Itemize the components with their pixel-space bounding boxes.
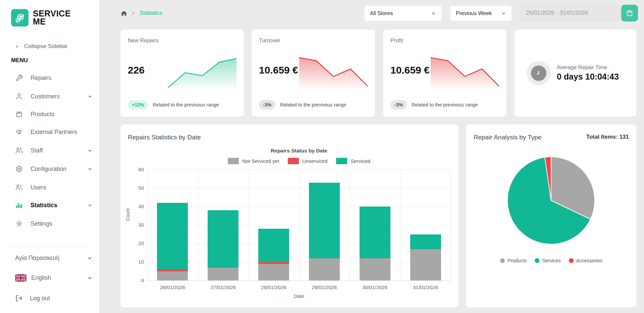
sidebar-item-external-partners[interactable]: External Partners <box>15 127 92 137</box>
gridline <box>147 170 148 280</box>
kpi-title: Average Repair Time <box>557 64 607 71</box>
menu-section-title: MENU <box>11 57 28 64</box>
bar-segment-serviced[interactable] <box>360 207 390 258</box>
sidebar-item-statistics[interactable]: Statistics <box>15 200 92 211</box>
kpi-title: Turnover <box>259 38 280 44</box>
gear-icon <box>15 220 23 228</box>
legend-label: Unserviced <box>302 158 327 164</box>
bar-segment-not-serviced-yet[interactable] <box>410 249 441 281</box>
gridline <box>249 170 249 280</box>
stacked-bar-plot: 010203040506026/01/202627/01/202628/01/2… <box>147 170 451 280</box>
legend-label: Accessories <box>576 258 602 263</box>
language-selector-dropdown[interactable]: English <box>15 273 92 283</box>
uk-flag-icon <box>15 274 26 282</box>
kpi-card-average-repair-time: Average Repair Time 0 days 10:04:43 <box>515 30 636 117</box>
breadcrumb-current[interactable]: Statistics <box>140 10 162 16</box>
legend-item-unserviced[interactable]: Unserviced <box>288 158 327 164</box>
bar-chart-icon <box>15 201 23 209</box>
bar-segment-serviced[interactable] <box>157 203 188 269</box>
chevron-down-icon <box>88 203 92 208</box>
calendar-button[interactable] <box>621 5 638 21</box>
handshake-icon <box>15 128 23 136</box>
y-tick-label: 20 <box>129 240 144 246</box>
kpi-value: 10.659 € <box>390 64 430 76</box>
collapse-sidebar-button[interactable]: Collapse Sidebar <box>15 43 67 50</box>
sidebar-item-products[interactable]: Products <box>15 109 92 120</box>
kpi-title: Profit <box>390 38 403 44</box>
sidebar-item-staff[interactable]: Staff <box>15 145 92 156</box>
store-selector-dropdown[interactable]: Αγία Παρασκευή <box>15 253 92 263</box>
kpi-card-turnover: Turnover 10.659 € -3% Related to the pre… <box>252 30 375 117</box>
kpi-note: Related to the previvous range <box>280 102 346 107</box>
bar-segment-not-serviced-yet[interactable] <box>208 268 238 281</box>
sidebar-item-label: Customers <box>31 93 60 100</box>
legend-dot <box>500 258 505 263</box>
kpi-card-new-repairs: New Repairs 226 +12% Related to the prev… <box>120 30 244 117</box>
pie-legend-item-services[interactable]: Services <box>535 258 561 263</box>
wrench-icon <box>15 74 23 82</box>
bar-segment-serviced[interactable] <box>258 229 289 262</box>
logout-button[interactable]: Log out <box>15 293 92 303</box>
kpi-value: 10.659 € <box>259 64 298 76</box>
pie-legend-item-accessories[interactable]: Accessories <box>569 258 602 263</box>
legend-label: Serviced <box>351 158 370 164</box>
pie-chart <box>506 155 596 247</box>
x-tick-label: 26/01/2026 <box>147 284 198 290</box>
sidebar-item-users[interactable]: Users <box>15 182 92 193</box>
chart-title: Repairs Status by Date <box>147 148 451 154</box>
legend-swatch <box>288 158 299 164</box>
sidebar-item-label: External Partners <box>31 129 77 136</box>
legend-item-not-serviced-yet[interactable]: Not Serviced yet <box>228 158 279 164</box>
sidebar-divider <box>5 247 94 247</box>
bar-segment-serviced[interactable] <box>208 210 238 268</box>
gridline <box>350 170 350 280</box>
gridline <box>400 170 400 280</box>
logo-link[interactable]: SERVICEME <box>11 9 71 27</box>
sidebar-item-label: Users <box>31 184 46 191</box>
users-icon <box>15 183 23 191</box>
pie-total-items: Total Items: 131 <box>586 134 629 140</box>
sidebar-item-settings[interactable]: Settings <box>15 218 92 229</box>
kpi-title: New Repairs <box>128 38 159 44</box>
sidebar-item-label: Staff <box>31 147 43 154</box>
legend-dot <box>569 258 574 263</box>
date-range-value: 25/01/2026 - 31/01/2026 <box>526 10 588 16</box>
store-selector-label: Αγία Παρασκευή <box>15 255 59 262</box>
language-label: English <box>31 274 51 281</box>
bar-segment-not-serviced-yet[interactable] <box>258 264 289 281</box>
bar-segment-not-serviced-yet[interactable] <box>309 258 340 280</box>
sidebar-item-label: Configuration <box>31 166 66 173</box>
period-filter-select[interactable]: Previous Week <box>450 6 512 21</box>
chevron-down-icon <box>87 275 92 280</box>
store-filter-select[interactable]: All Stores <box>365 6 441 21</box>
bar-segment-not-serviced-yet[interactable] <box>360 258 390 280</box>
sidebar-item-label: Settings <box>31 220 52 227</box>
pie-legend-item-products[interactable]: Products <box>500 258 527 263</box>
bar-segment-serviced[interactable] <box>309 183 340 259</box>
legend-label: Products <box>507 258 527 263</box>
repairs-statistics-card: Repairs Statistics by Date Repairs Statu… <box>120 124 459 308</box>
home-icon[interactable] <box>121 10 127 16</box>
pie-legend: ProductsServicesAccessories <box>466 258 636 263</box>
bar-segment-not-serviced-yet[interactable] <box>157 271 188 281</box>
y-tick-label: 60 <box>129 167 144 172</box>
kpi-card-profit: Profit 10.659 € -3% Related to the previ… <box>383 30 506 117</box>
bar-segment-unserviced[interactable] <box>157 269 188 271</box>
sidebar-item-customers[interactable]: Customers <box>15 91 92 102</box>
gridline <box>198 170 198 280</box>
chip-icon <box>15 165 23 173</box>
bar-segment-serviced[interactable] <box>410 234 441 249</box>
logout-label: Log out <box>30 295 50 302</box>
bar-segment-unserviced[interactable] <box>258 262 289 264</box>
sidebar-item-repairs[interactable]: Repairs <box>15 73 92 83</box>
date-range-input[interactable]: 25/01/2026 - 31/01/2026 <box>520 5 621 21</box>
calendar-icon <box>626 9 633 17</box>
chevron-down-icon <box>88 148 92 153</box>
legend-swatch <box>228 158 239 164</box>
sparkline-chart <box>298 49 369 92</box>
legend-item-serviced[interactable]: Serviced <box>336 158 370 164</box>
x-tick-label: 31/01/2026 <box>400 284 451 290</box>
sidebar-item-configuration[interactable]: Configuration <box>15 164 92 174</box>
breadcrumb: Statistics <box>121 10 162 16</box>
y-tick-label: 30 <box>129 222 144 228</box>
